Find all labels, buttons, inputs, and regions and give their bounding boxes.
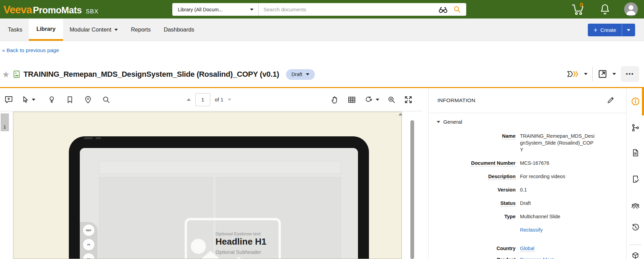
ref-pill-button[interactable]: REF	[83, 224, 95, 236]
field-label: Product	[497, 257, 516, 259]
breadcrumb: « Back to previous page	[2, 47, 59, 53]
sd-pill-button[interactable]: SD	[83, 253, 95, 259]
veeva-logo: Veeva	[3, 4, 32, 16]
bookmark-icon[interactable]	[65, 95, 74, 104]
add-annotation-icon[interactable]	[4, 95, 13, 104]
workflow-actions-icon[interactable]	[567, 70, 579, 78]
field-row-status: Status Draft	[437, 200, 626, 207]
rotate-dropdown[interactable]	[364, 95, 379, 104]
document-viewer: 1 REF PI SD Optional Eyebrow text	[0, 111, 422, 259]
tab-reports[interactable]: Reports	[124, 18, 157, 41]
search-input[interactable]	[259, 7, 438, 12]
favorite-star-icon[interactable]: ★	[2, 70, 10, 79]
document-fields-icon[interactable]	[631, 148, 640, 157]
page-total-label: of 1	[215, 97, 223, 102]
export-share-icon[interactable]	[597, 69, 608, 79]
tablet-button	[96, 137, 101, 139]
pill-label: REF	[86, 229, 91, 232]
back-link[interactable]: « Back to previous page	[2, 47, 59, 53]
create-dropdown-button[interactable]	[622, 24, 635, 36]
tab-tasks[interactable]: Tasks	[1, 18, 29, 41]
tab-dashboards[interactable]: Dashboards	[157, 18, 201, 41]
select-tool-dropdown[interactable]	[21, 95, 35, 104]
pi-pill-button[interactable]: PI	[83, 238, 95, 251]
notes-lightbulb-icon[interactable]	[47, 95, 56, 104]
reference-pill-tab: REF PI SD	[80, 222, 98, 259]
field-value: For recording videos	[520, 173, 596, 180]
cart-button[interactable]: 0	[571, 3, 586, 15]
chevron-down-icon	[376, 99, 379, 101]
environment-label: SBX	[86, 8, 98, 15]
pill-label: SD	[87, 258, 90, 259]
field-row-product: Product Remepan Mast	[437, 256, 626, 259]
tablet-button	[84, 137, 93, 139]
section-label: General	[443, 119, 462, 125]
divider	[629, 245, 641, 245]
tab-label: Library	[36, 26, 55, 32]
scroll-up-arrow[interactable]	[398, 113, 402, 115]
field-row-version: Version 0.1	[437, 186, 626, 193]
tablet-screen: REF PI SD Optional Eyebrow text Headline…	[80, 148, 358, 259]
sharing-users-icon[interactable]	[631, 201, 640, 210]
pill-label: PI	[87, 243, 90, 246]
search-icon[interactable]	[453, 5, 461, 14]
find-in-document-icon[interactable]	[102, 95, 111, 104]
slide-subheader: Optional Subheader	[215, 249, 261, 255]
previous-page-button[interactable]	[187, 98, 191, 101]
review-checklist-icon[interactable]	[631, 175, 640, 184]
fullscreen-expand-icon[interactable]	[404, 95, 413, 104]
tab-library[interactable]: Library	[29, 18, 63, 41]
field-label: Status	[500, 200, 516, 207]
tab-modular-content[interactable]: Modular Content	[63, 18, 124, 41]
divider	[592, 67, 593, 81]
field-row-description: Description For recording videos	[437, 173, 626, 180]
create-button[interactable]: + Create	[588, 24, 622, 36]
chevron-down-icon	[306, 73, 309, 75]
field-label: Document Number	[471, 160, 516, 166]
field-row-country: Country Global	[437, 245, 626, 252]
field-label: Version	[498, 187, 516, 193]
chevron-down-icon	[627, 29, 630, 31]
tab-label: Modular Content	[70, 26, 111, 33]
edit-pencil-icon[interactable]	[606, 96, 615, 104]
field-value: MCS-167676	[520, 160, 596, 166]
field-row-reclassify: Reclassify	[437, 226, 626, 233]
package-cube-icon[interactable]	[631, 251, 640, 259]
chevron-down-icon	[437, 121, 440, 123]
info-tab-icon[interactable]	[631, 97, 640, 106]
app-header: Veeva PromoMats SBX Library (All Docum..…	[0, 0, 644, 18]
product-link[interactable]: Remepan Mast	[520, 256, 596, 259]
advanced-search-binoculars-icon[interactable]	[438, 6, 448, 13]
slide-eyebrow-text: Optional Eyebrow text	[215, 232, 261, 236]
tab-label: Dashboards	[164, 26, 194, 33]
vertical-scrollbar[interactable]	[410, 120, 414, 259]
chevron-down-icon[interactable]	[584, 73, 587, 75]
cursor-icon	[21, 95, 29, 104]
field-label: Type	[504, 214, 516, 219]
general-section-toggle[interactable]: General	[429, 113, 626, 128]
create-label: Create	[600, 27, 616, 33]
reclassify-link[interactable]: Reclassify	[520, 226, 596, 233]
primary-nav: Tasks Library Modular Content Reports Da…	[0, 18, 644, 41]
page-number-input[interactable]	[195, 93, 210, 106]
next-page-button[interactable]	[228, 99, 231, 101]
field-label: Name	[502, 133, 516, 139]
search-scope-dropdown[interactable]: Library (All Docum...	[172, 3, 259, 16]
country-link[interactable]: Global	[520, 245, 596, 252]
product-name: PromoMats	[33, 5, 82, 16]
notifications-bell-button[interactable]	[599, 3, 610, 15]
chevron-down-icon	[32, 99, 35, 101]
thumbnail-grid-icon[interactable]	[347, 95, 356, 104]
more-actions-button[interactable]: •••	[621, 66, 639, 82]
pan-hand-icon[interactable]	[331, 95, 339, 104]
chevron-down-icon[interactable]	[612, 73, 616, 75]
zoom-in-icon[interactable]	[387, 95, 396, 104]
field-row-type: Type Multichannel Slide	[437, 213, 626, 220]
panel-title: INFORMATION	[437, 97, 475, 103]
plus-icon: +	[593, 26, 597, 34]
user-avatar-button[interactable]	[624, 2, 638, 16]
status-badge[interactable]: Draft	[286, 69, 315, 80]
history-clock-icon[interactable]	[631, 223, 640, 232]
versions-tree-icon[interactable]	[631, 123, 640, 132]
location-pin-icon[interactable]	[84, 95, 92, 104]
